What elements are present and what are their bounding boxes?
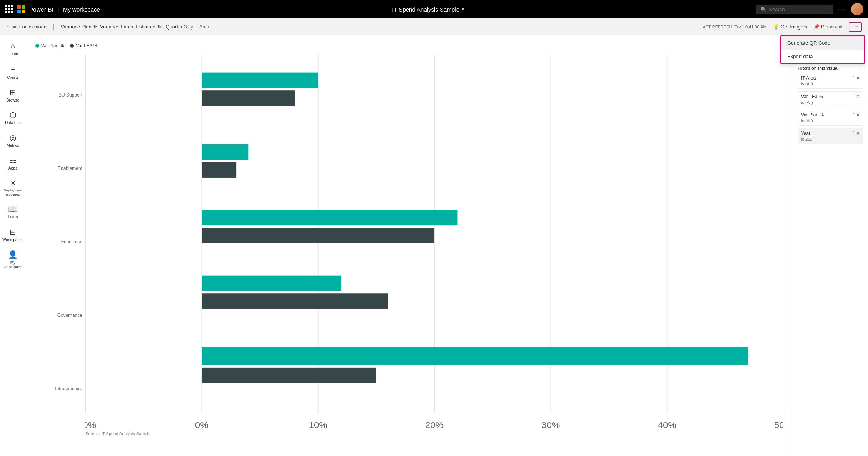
top-navbar: Power BI | My workspace IT Spend Analysi… [0, 0, 868, 18]
more-options-subheader-button[interactable]: ··· [849, 22, 862, 32]
filter-card-var-le3-header: Var LE3 % ˅ ✕ [801, 94, 860, 99]
search-box[interactable]: 🔍 [756, 5, 833, 14]
filter-chevron-var-le3[interactable]: ˅ [852, 94, 855, 99]
nav-separator: | [57, 5, 59, 13]
x-label-neg10: -10% [85, 420, 96, 430]
x-label-20: 20% [425, 420, 444, 430]
sidebar-label-learn: Learn [8, 215, 18, 220]
filter-chevron-var-plan[interactable]: ˅ [852, 112, 855, 118]
x-label-10: 10% [309, 420, 327, 430]
myworkspace-icon: 👤 [8, 250, 18, 259]
home-icon: ⌂ [10, 42, 15, 50]
sidebar-item-workspaces[interactable]: ⊟ Workspaces [2, 224, 25, 245]
sidebar-label-metrics: Metrics [7, 143, 19, 148]
y-axis: BU Support Enablement Functional Governa… [35, 55, 85, 437]
sidebar-item-learn[interactable]: 📖 Learn [2, 201, 25, 223]
powerbi-brand: Power BI [29, 6, 53, 13]
dropdown-item-generate-qr[interactable]: Generate QR Code [781, 36, 864, 50]
filter-card-var-plan[interactable]: Var Plan % ˅ ✕ is (All) [798, 110, 863, 126]
dropdown-item-export-data[interactable]: Export data [781, 50, 864, 63]
left-arrow-icon: ‹ [6, 24, 8, 30]
filter-clear-year[interactable]: ✕ [856, 131, 860, 136]
nav-left: Power BI | My workspace [5, 5, 100, 13]
filter-actions-var-le3: ˅ ✕ [852, 94, 860, 99]
chart-legend: Var Plan % Var LE3 % [35, 43, 783, 48]
report-title-button[interactable]: IT Spend Analysis Sample ▾ [392, 6, 464, 13]
sidebar-label-apps: Apps [8, 166, 17, 171]
filter-name-var-plan: Var Plan % [801, 112, 824, 118]
bar-infrastructure-dark[interactable] [202, 368, 376, 383]
sidebar-item-create[interactable]: ＋ Create [2, 61, 25, 83]
filters-panel: ▤ Filters › 🔍 Filters on this visual ···… [793, 35, 868, 456]
legend-dot-dark [70, 44, 74, 48]
sidebar-item-browse[interactable]: ⊞ Browse [2, 85, 25, 106]
x-label-50: 50% [774, 420, 783, 430]
bar-governance-teal[interactable] [202, 276, 341, 291]
get-insights-button[interactable]: 💡 Get Insights [773, 24, 807, 30]
apps-grid-icon[interactable] [5, 5, 13, 13]
filter-value-var-le3: is (All) [801, 100, 860, 105]
bar-bu-support-teal[interactable] [202, 73, 318, 88]
sidebar-item-datahub[interactable]: ⬡ Data hub [2, 107, 25, 128]
filter-clear-var-le3[interactable]: ✕ [856, 94, 860, 99]
filter-chevron-it-area[interactable]: ˅ [852, 75, 855, 81]
dropdown-menu: Generate QR Code Export data [780, 35, 865, 64]
filter-clear-it-area[interactable]: ✕ [856, 75, 860, 81]
y-label-enablement: Enablement [58, 166, 85, 171]
sidebar-item-apps[interactable]: ⚏ Apps [2, 153, 25, 174]
bar-functional-dark[interactable] [202, 228, 434, 243]
nav-center: IT Spend Analysis Sample ▾ [105, 6, 752, 13]
sidebar-label-create: Create [7, 75, 18, 80]
bar-enablement-teal[interactable] [202, 144, 248, 160]
bar-infrastructure-teal[interactable] [202, 347, 748, 365]
filter-card-var-le3[interactable]: Var LE3 % ˅ ✕ is (All) [798, 91, 863, 107]
pin-icon: 📌 [813, 24, 820, 30]
sidebar-label-home: Home [8, 52, 18, 56]
nav-right: 🔍 ··· [756, 3, 863, 15]
filter-card-var-plan-header: Var Plan % ˅ ✕ [801, 112, 860, 118]
sidebar-item-home[interactable]: ⌂ Home [2, 38, 25, 59]
filter-value-var-plan: is (All) [801, 118, 860, 123]
chart-svg: -10% 0% 10% 20% 30% 40% 50% [85, 55, 783, 437]
sub-header: ‹ Exit Focus mode | Variance Plan %, Var… [0, 18, 868, 35]
y-label-governance: Governance [57, 313, 85, 318]
filter-card-year[interactable]: Year ˅ ✕ is 2014 [798, 128, 863, 144]
sidebar-label-deployment: Deployment pipelines [3, 188, 23, 197]
sidebar-item-deployment[interactable]: ⧖ Deployment pipelines [2, 175, 25, 200]
filter-chevron-year[interactable]: ˅ [852, 131, 855, 136]
sidebar-label-workspaces: Workspaces [2, 238, 23, 242]
exit-focus-button[interactable]: ‹ Exit Focus mode [6, 24, 47, 30]
sidebar-label-datahub: Data hub [5, 121, 21, 125]
x-label-40: 40% [658, 420, 676, 430]
metrics-icon: ◎ [10, 133, 16, 142]
search-input[interactable] [769, 7, 823, 12]
bar-bu-support-dark[interactable] [202, 90, 295, 106]
filter-actions-it-area: ˅ ✕ [852, 75, 860, 81]
chart-subtitle: Variance Plan %, Variance Latest Estimat… [61, 24, 694, 30]
sub-divider: | [53, 23, 55, 31]
chart-body: -10% 0% 10% 20% 30% 40% 50% Source: IT S… [85, 55, 783, 437]
filter-card-it-area[interactable]: IT Area ˅ ✕ is (All) [798, 73, 863, 89]
filters-section-more[interactable]: ··· [860, 66, 863, 70]
pin-visual-button[interactable]: 📌 Pin visual [813, 24, 843, 30]
x-label-0: 0% [195, 420, 209, 430]
y-label-infrastructure: Infrastructure [55, 386, 85, 391]
workspaces-icon: ⊟ [10, 227, 16, 236]
legend-label-var-le3: Var LE3 % [76, 43, 97, 48]
bar-chart: BU Support Enablement Functional Governa… [35, 55, 783, 437]
bar-functional-teal[interactable] [202, 210, 457, 225]
user-avatar[interactable] [851, 3, 863, 15]
bar-enablement-dark[interactable] [202, 162, 236, 178]
filter-value-year: is 2014 [801, 137, 860, 141]
more-options-top-button[interactable]: ··· [838, 5, 846, 14]
filter-name-year: Year [801, 131, 810, 136]
sidebar-item-myworkspace[interactable]: 👤 My workspace [2, 247, 25, 273]
filter-clear-var-plan[interactable]: ✕ [856, 112, 860, 118]
last-refresh-label: LAST REFRESH: Tue 10:41:06 AM [700, 25, 766, 29]
sidebar-item-metrics[interactable]: ◎ Metrics [2, 130, 25, 151]
nav-workspace-label[interactable]: My workspace [63, 6, 100, 13]
bar-governance-dark[interactable] [202, 293, 388, 309]
apps-icon: ⚏ [10, 156, 17, 165]
legend-label-var-plan: Var Plan % [41, 43, 64, 48]
by-text: by IT Area [188, 24, 209, 30]
